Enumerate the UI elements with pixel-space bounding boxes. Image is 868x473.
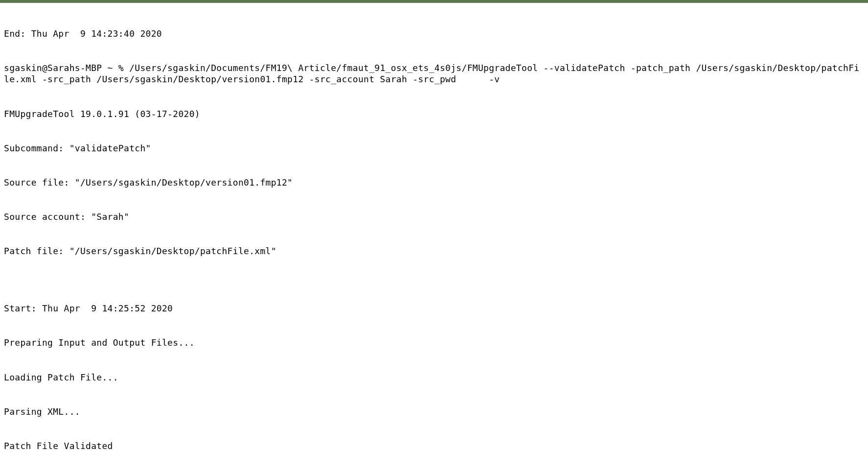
terminal-line: Preparing Input and Output Files... bbox=[4, 337, 864, 348]
terminal-line: Patch file: "/Users/sgaskin/Desktop/patc… bbox=[4, 245, 864, 257]
terminal-line: FMUpgradeTool 19.0.1.91 (03-17-2020) bbox=[4, 108, 864, 119]
terminal-line: Parsing XML... bbox=[4, 406, 864, 417]
terminal-line: Loading Patch File... bbox=[4, 372, 864, 383]
terminal-output[interactable]: End: Thu Apr 9 14:23:40 2020 sgaskin@Sar… bbox=[0, 3, 868, 473]
terminal-line: Subcommand: "validatePatch" bbox=[4, 142, 864, 154]
terminal-line: Patch File Validated bbox=[4, 440, 864, 451]
terminal-line: End: Thu Apr 9 14:23:40 2020 bbox=[4, 28, 864, 39]
terminal-line: Start: Thu Apr 9 14:25:52 2020 bbox=[4, 303, 864, 314]
terminal-line: Source account: "Sarah" bbox=[4, 211, 864, 222]
terminal-line: sgaskin@Sarahs-MBP ~ % /Users/sgaskin/Do… bbox=[4, 62, 864, 85]
terminal-line: Source file: "/Users/sgaskin/Desktop/ver… bbox=[4, 177, 864, 188]
